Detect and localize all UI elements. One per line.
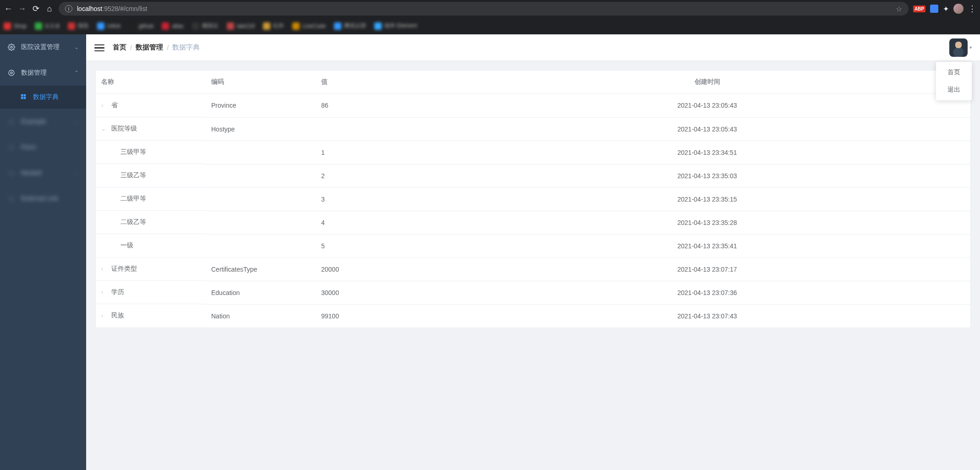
table-row: ›证件类型CertificatesType200002021-04-13 23:…	[96, 257, 970, 281]
table-row: ›民族Nation991002021-04-13 23:07:43	[96, 304, 970, 328]
reload-icon[interactable]: ⟳	[31, 4, 40, 14]
chevron-down-icon: ⌄	[74, 169, 79, 176]
expand-icon	[110, 242, 117, 249]
nested-icon: ◌	[7, 169, 16, 177]
form-icon: ◌	[7, 143, 16, 151]
sidebar-item-form[interactable]: ◌ Form	[0, 134, 86, 160]
th-code: 编码	[206, 71, 316, 94]
cell-value: 2	[316, 164, 444, 187]
cell-value: 20000	[316, 257, 444, 281]
svg-point-2	[9, 70, 14, 76]
cell-created: 2021-04-13 23:35:15	[444, 187, 970, 211]
sidebar-item-label: 数据管理	[21, 69, 47, 77]
cell-name: 证件类型	[111, 265, 137, 273]
dropdown-logout[interactable]: 退出	[936, 81, 972, 98]
chevron-up-icon: ⌃	[74, 70, 79, 76]
cell-code: Hostype	[206, 117, 316, 141]
table-icon	[20, 93, 28, 101]
cell-value	[316, 117, 444, 141]
cell-created: 2021-04-13 23:07:17	[444, 257, 970, 281]
address-bar[interactable]: i localhost:9528/#/cmn/list ☆	[59, 2, 909, 16]
sidebar-item-label: Nested	[21, 169, 41, 176]
ext-abp-icon[interactable]: ABP	[913, 5, 925, 12]
table-row: 三级甲等12021-04-13 23:34:51	[96, 141, 970, 164]
collapse-icon[interactable]: ⌄	[101, 126, 108, 132]
cell-name: 医院等级	[111, 125, 137, 133]
svg-rect-5	[21, 97, 23, 99]
cell-name: 省	[111, 101, 118, 109]
home-icon[interactable]: ⌂	[45, 4, 54, 14]
link-icon: ◌	[7, 194, 16, 202]
table-row: 三级乙等22021-04-13 23:35:03	[96, 164, 970, 187]
ext-translate-icon[interactable]	[930, 5, 938, 13]
th-value: 值	[316, 71, 444, 94]
expand-icon[interactable]: ›	[101, 102, 108, 109]
breadcrumb-data-manage[interactable]: 数据管理	[136, 43, 163, 52]
breadcrumb-home[interactable]: 首页	[113, 43, 126, 52]
breadcrumb: 首页 / 数据管理 / 数据字典	[113, 43, 200, 52]
dropdown-home[interactable]: 首页	[936, 64, 972, 81]
cell-name: 三级乙等	[120, 171, 146, 180]
sidebar-item-label: Form	[21, 143, 36, 151]
cell-name: 二级甲等	[120, 195, 146, 203]
cell-value: 5	[316, 234, 444, 257]
cell-created: 2021-04-13 23:35:28	[444, 211, 970, 234]
cell-code	[206, 234, 316, 257]
back-icon[interactable]: ←	[4, 4, 13, 14]
user-avatar-dropdown[interactable]: ▾	[949, 38, 972, 57]
forward-icon[interactable]: →	[17, 4, 27, 14]
cell-name: 民族	[111, 312, 124, 320]
cell-code	[206, 187, 316, 211]
expand-icon[interactable]: ›	[101, 289, 108, 295]
cell-name: 二级乙等	[120, 218, 146, 226]
site-info-icon[interactable]: i	[65, 5, 72, 12]
expand-icon[interactable]: ›	[101, 266, 108, 272]
sidebar-item-data-manage[interactable]: 数据管理 ⌃	[0, 60, 86, 86]
sidebar-item-nested[interactable]: ◌ Nested ⌄	[0, 160, 86, 186]
cell-code	[206, 141, 316, 164]
menu-icon: ◌	[7, 117, 16, 126]
profile-avatar-icon[interactable]	[953, 4, 964, 14]
expand-icon	[110, 149, 117, 155]
browser-chrome: ← → ⟳ ⌂ i localhost:9528/#/cmn/list ☆ AB…	[0, 0, 980, 34]
cell-code: CertificatesType	[206, 257, 316, 281]
sidebar-subitem-data-dict[interactable]: 数据字典	[0, 86, 86, 109]
gear-icon	[7, 69, 16, 77]
cell-created: 2021-04-13 23:34:51	[444, 141, 970, 164]
expand-icon[interactable]: ›	[101, 312, 108, 319]
cell-value: 99100	[316, 304, 444, 328]
cell-created: 2021-04-13 23:07:36	[444, 281, 970, 304]
svg-rect-4	[24, 94, 26, 96]
cell-created: 2021-04-13 23:05:43	[444, 94, 970, 118]
cell-value: 1	[316, 141, 444, 164]
sidebar-item-external-link[interactable]: ◌ External Link	[0, 186, 86, 211]
sidebar: 医院设置管理 ⌄ 数据管理 ⌃ 数据字典 ◌ Example ⌄ ◌ Form …	[0, 34, 86, 470]
svg-rect-3	[21, 94, 23, 96]
avatar-image	[949, 38, 968, 57]
sidebar-item-example[interactable]: ◌ Example ⌄	[0, 109, 86, 134]
navbar: 首页 / 数据管理 / 数据字典 ▾	[86, 34, 980, 61]
cell-code	[206, 211, 316, 234]
cell-value: 86	[316, 94, 444, 118]
th-created: 创建时间	[444, 71, 970, 94]
cell-code	[206, 164, 316, 187]
sidebar-item-hospital-settings[interactable]: 医院设置管理 ⌄	[0, 34, 86, 60]
cell-created: 2021-04-13 23:35:03	[444, 164, 970, 187]
bookmarks-bar: Shop S.O.B 报告 Infinit github atlas 模拟云 t…	[0, 17, 980, 34]
content-area: 名称 编码 值 创建时间 ›省Province862021-04-13 23:0…	[86, 61, 980, 470]
gear-icon	[7, 43, 16, 51]
table-row: 二级甲等32021-04-13 23:35:15	[96, 187, 970, 211]
browser-menu-icon[interactable]: ⋮	[968, 4, 976, 14]
hamburger-icon[interactable]	[94, 43, 104, 53]
cell-code: Nation	[206, 304, 316, 328]
cell-value: 4	[316, 211, 444, 234]
cell-created: 2021-04-13 23:07:43	[444, 304, 970, 328]
table-row: ⌄医院等级Hostype2021-04-13 23:05:43	[96, 117, 970, 141]
url-text: localhost:9528/#/cmn/list	[77, 5, 147, 12]
user-dropdown-menu: 首页 退出	[936, 62, 972, 100]
bookmark-star-icon[interactable]: ☆	[896, 5, 902, 13]
sidebar-item-label: 医院设置管理	[21, 43, 60, 51]
expand-icon	[110, 219, 117, 225]
extensions-icon[interactable]: ✦	[943, 5, 949, 13]
expand-icon	[110, 172, 117, 179]
